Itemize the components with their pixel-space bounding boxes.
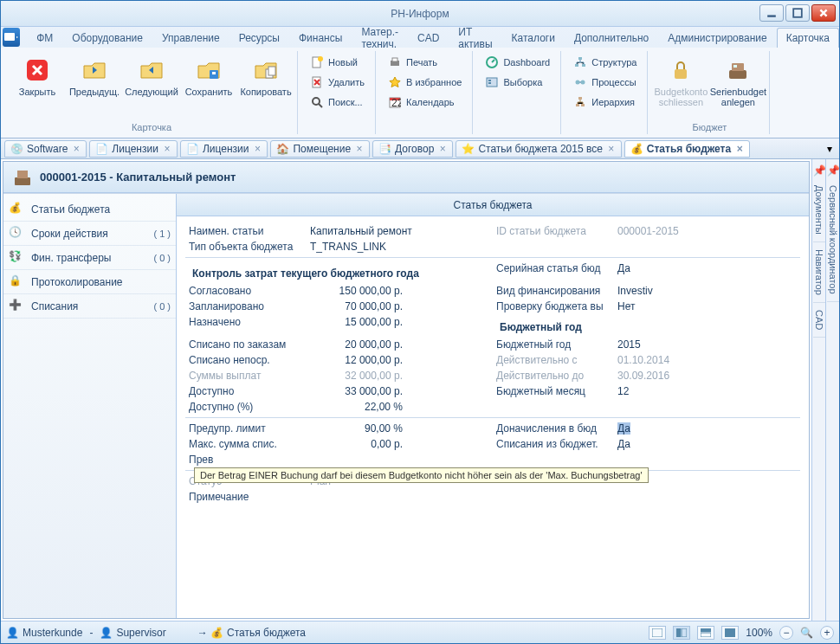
ribbon-tab-fm[interactable]: ФМ	[27, 28, 62, 48]
wo-budget-value[interactable]: Да	[617, 438, 797, 450]
panel-navigator[interactable]: Навигатор	[813, 242, 825, 303]
avail-pct-value[interactable]: 22,00 %	[310, 401, 489, 413]
ribbon-group-budget-label: Бюджет	[655, 120, 764, 132]
max-value[interactable]: 0,00 р.	[310, 438, 489, 450]
view-mode-2[interactable]	[673, 626, 690, 640]
writeoff-ord-value[interactable]: 20 000,00 р.	[310, 338, 489, 351]
tooltip: Der Betrag EINER Buchung darf bei diesem…	[194, 467, 649, 483]
ribbon-tab-equip[interactable]: Оборудование	[62, 28, 152, 48]
nav-logging[interactable]: 🔒Протоколирование	[3, 270, 176, 294]
doctab-contract[interactable]: 📑Договор×	[372, 140, 453, 158]
check-value[interactable]: Нет	[617, 300, 797, 312]
name-label: Наимен. статьи	[189, 225, 310, 237]
register-icon: 💰	[630, 143, 643, 155]
search-button[interactable]: Поиск...	[305, 93, 370, 112]
copy-button[interactable]: Копировать	[240, 53, 292, 100]
ribbon-tab-card[interactable]: Карточка	[777, 28, 839, 48]
name-value[interactable]: Капитальный ремонт	[310, 225, 489, 237]
close-button[interactable]	[811, 4, 836, 22]
doctab-licenses-1[interactable]: 📄Лицензии×	[89, 140, 178, 158]
calendar-button[interactable]: 22Календарь	[383, 93, 467, 112]
ribbon-tab-manage[interactable]: Управление	[152, 28, 229, 48]
magnifier-icon[interactable]: 🔍	[800, 627, 813, 639]
print-button[interactable]: Печать	[383, 53, 467, 72]
zoom-level: 100%	[746, 627, 772, 639]
pin-icon[interactable]: 📌	[827, 164, 839, 177]
svg-rect-26	[576, 104, 579, 106]
doctab-licenses-2[interactable]: 📄Лицензии×	[180, 140, 268, 158]
processes-button[interactable]: Процессы	[568, 73, 642, 92]
close-tab-icon[interactable]: ×	[253, 145, 262, 153]
accrual-value[interactable]: Да	[617, 422, 797, 435]
objtype-value[interactable]: T_TRANS_LINK	[310, 241, 489, 253]
zoom-out-button[interactable]: −	[779, 626, 793, 640]
writeoff-dir-label: Списано непоср.	[189, 354, 310, 366]
ribbon-tab-resources[interactable]: Ресурсы	[229, 28, 289, 48]
doctab-budget-items[interactable]: ⭐Статьи бюджета 2015 все×	[456, 140, 621, 158]
fintype-value[interactable]: Investiv	[617, 285, 797, 297]
month-label: Бюджетный месяц	[496, 385, 617, 397]
svg-point-8	[318, 56, 323, 61]
budget-close-button[interactable]: Budgetkonto schliessen	[655, 53, 707, 111]
maximize-button[interactable]	[785, 4, 810, 22]
serial-value[interactable]: Да	[617, 262, 797, 281]
room-icon: 🏠	[276, 143, 288, 155]
avail-value[interactable]: 33 000,00 р.	[310, 385, 489, 397]
doctab-room[interactable]: 🏠Помещение×	[270, 140, 370, 158]
sample-button[interactable]: Выборка	[480, 73, 555, 92]
panel-documents[interactable]: Документы	[813, 178, 825, 242]
doctab-budget-item[interactable]: 💰Статья бюджета×	[624, 140, 750, 158]
nav-transfers[interactable]: 💱Фин. трансферы( 0 )	[3, 246, 176, 270]
panel-service-coordinator[interactable]: Сервисный координатор	[827, 178, 839, 302]
agreed-value[interactable]: 150 000,00 р.	[310, 285, 489, 297]
view-mode-1[interactable]	[649, 626, 666, 640]
view-mode-4[interactable]	[721, 626, 739, 640]
month-value[interactable]: 12	[617, 385, 797, 397]
close-tab-icon[interactable]: ×	[735, 145, 744, 153]
next-button[interactable]: Следующий	[126, 53, 178, 100]
previous-button[interactable]: Предыдущ.	[68, 53, 120, 100]
writeoff-dir-value[interactable]: 12 000,00 р.	[310, 354, 489, 366]
close-tab-icon[interactable]: ×	[72, 145, 81, 153]
ribbon-tab-catalogs[interactable]: Каталоги	[502, 28, 565, 48]
close-tab-icon[interactable]: ×	[607, 145, 616, 153]
dashboard-button[interactable]: Dashboard	[480, 53, 555, 72]
ribbon-tab-admin[interactable]: Администрирование	[658, 28, 776, 48]
panel-cad[interactable]: CAD	[813, 303, 825, 338]
minimize-button[interactable]	[759, 4, 784, 22]
new-button[interactable]: Новый	[305, 53, 370, 72]
serien-budget-button[interactable]: Serienbudget anlegen	[712, 53, 764, 111]
delete-button[interactable]: Удалить	[305, 73, 370, 92]
year-value[interactable]: 2015	[617, 338, 797, 351]
nav-budget-items[interactable]: 💰Статьи бюджета	[3, 197, 176, 222]
app-menu-button[interactable]	[3, 28, 20, 47]
nav-writeoffs[interactable]: ➕Списания( 0 )	[3, 294, 176, 319]
breadcrumb[interactable]: → 💰 Статья бюджета	[197, 627, 306, 639]
close-tab-icon[interactable]: ×	[355, 145, 364, 153]
delete-icon	[310, 75, 324, 89]
structure-button[interactable]: Структура	[568, 53, 642, 72]
warn-value[interactable]: 90,00 %	[310, 422, 489, 435]
svg-rect-17	[487, 78, 497, 87]
tabs-menu-button[interactable]: ▾	[824, 143, 836, 155]
view-mode-3[interactable]	[697, 626, 714, 640]
pin-icon[interactable]: 📌	[813, 164, 825, 177]
exceed-label: Прев	[189, 454, 310, 466]
close-tab-icon[interactable]: ×	[163, 145, 171, 153]
ribbon-tab-finance[interactable]: Финансы	[289, 28, 352, 48]
process-icon	[573, 75, 587, 89]
planned-value[interactable]: 70 000,00 р.	[310, 300, 489, 312]
nav-validity[interactable]: 🕓Сроки действия( 1 )	[3, 222, 176, 246]
close-card-button[interactable]: Закрыть	[11, 53, 63, 100]
ribbon-tab-extra[interactable]: Дополнительно	[565, 28, 658, 48]
save-button[interactable]: Сохранить	[183, 53, 235, 100]
hierarchy-button[interactable]: Иерархия	[568, 93, 642, 112]
zoom-in-button[interactable]: +	[820, 626, 834, 640]
doctab-software[interactable]: 💿Software×	[4, 140, 87, 158]
favorite-button[interactable]: В избранное	[383, 73, 467, 92]
svg-rect-12	[392, 58, 397, 61]
svg-point-23	[576, 80, 580, 85]
close-tab-icon[interactable]: ×	[438, 145, 447, 153]
ribbon-tab-cad[interactable]: CAD	[408, 28, 449, 48]
assigned-value[interactable]: 15 000,00 р.	[310, 316, 489, 335]
